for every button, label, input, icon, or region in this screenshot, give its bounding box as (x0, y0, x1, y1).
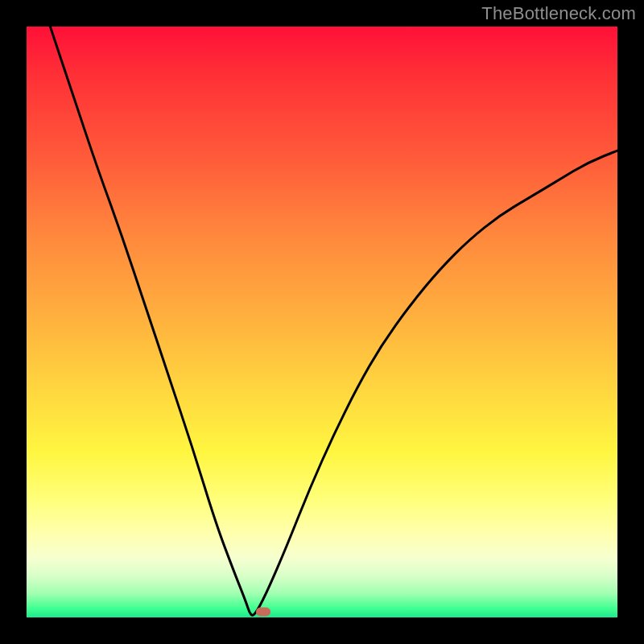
plot-area (27, 27, 617, 617)
curve-layer (27, 27, 617, 617)
watermark-text: TheBottleneck.com (481, 3, 636, 24)
bottleneck-curve (50, 27, 617, 615)
chart-frame: TheBottleneck.com (0, 0, 644, 644)
minimum-marker (256, 607, 270, 616)
